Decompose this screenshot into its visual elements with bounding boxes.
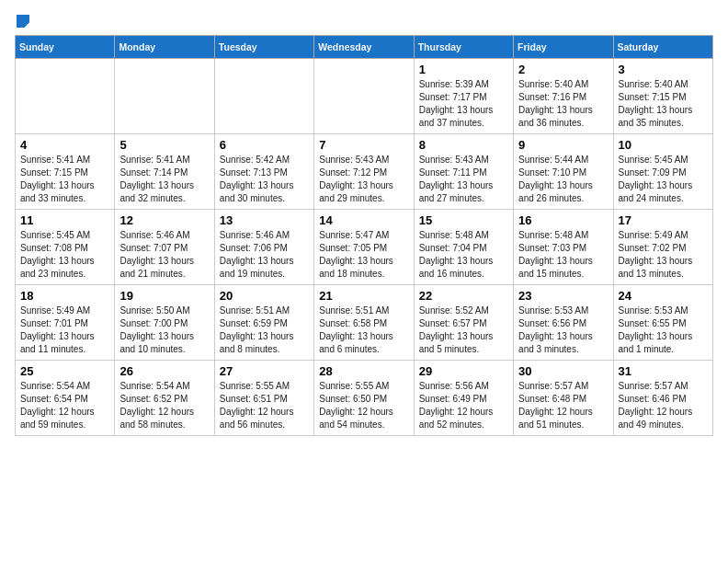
day-number: 6 (220, 138, 309, 152)
day-number: 14 (319, 213, 408, 227)
day-number: 25 (20, 364, 109, 378)
day-number: 29 (419, 364, 508, 378)
calendar-cell: 11Sunrise: 5:45 AM Sunset: 7:08 PM Dayli… (16, 210, 115, 285)
day-number: 23 (518, 289, 608, 303)
day-info: Sunrise: 5:40 AM Sunset: 7:15 PM Dayligh… (619, 78, 708, 130)
day-number: 13 (220, 213, 309, 227)
day-number: 9 (518, 138, 608, 152)
day-info: Sunrise: 5:55 AM Sunset: 6:51 PM Dayligh… (220, 380, 309, 431)
calendar-cell: 23Sunrise: 5:53 AM Sunset: 6:56 PM Dayli… (514, 285, 613, 361)
day-info: Sunrise: 5:48 AM Sunset: 7:04 PM Dayligh… (419, 229, 508, 281)
week-row-2: 4Sunrise: 5:41 AM Sunset: 7:15 PM Daylig… (16, 134, 713, 210)
calendar-cell: 22Sunrise: 5:52 AM Sunset: 6:57 PM Dayli… (414, 285, 513, 361)
day-info: Sunrise: 5:40 AM Sunset: 7:16 PM Dayligh… (518, 78, 608, 130)
day-number: 21 (319, 289, 408, 303)
week-row-5: 25Sunrise: 5:54 AM Sunset: 6:54 PM Dayli… (16, 361, 713, 436)
calendar-cell: 9Sunrise: 5:44 AM Sunset: 7:10 PM Daylig… (514, 134, 613, 210)
week-row-3: 11Sunrise: 5:45 AM Sunset: 7:08 PM Dayli… (16, 210, 713, 285)
day-header-friday: Friday (514, 36, 613, 59)
calendar-cell: 27Sunrise: 5:55 AM Sunset: 6:51 PM Dayli… (214, 361, 313, 436)
day-header-tuesday: Tuesday (214, 36, 313, 59)
day-number: 12 (119, 213, 209, 227)
calendar-cell: 31Sunrise: 5:57 AM Sunset: 6:46 PM Dayli… (613, 361, 712, 436)
day-number: 17 (619, 213, 708, 227)
calendar-cell: 12Sunrise: 5:46 AM Sunset: 7:07 PM Dayli… (115, 210, 214, 285)
day-number: 10 (619, 138, 708, 152)
day-number: 22 (419, 289, 508, 303)
week-row-4: 18Sunrise: 5:49 AM Sunset: 7:01 PM Dayli… (16, 285, 713, 361)
day-info: Sunrise: 5:47 AM Sunset: 7:05 PM Dayligh… (319, 229, 408, 281)
calendar-cell (16, 59, 115, 134)
day-number: 5 (119, 138, 209, 152)
logo (15, 15, 29, 28)
day-header-saturday: Saturday (613, 36, 712, 59)
day-info: Sunrise: 5:39 AM Sunset: 7:17 PM Dayligh… (419, 78, 508, 130)
day-info: Sunrise: 5:45 AM Sunset: 7:09 PM Dayligh… (619, 154, 708, 205)
calendar-cell: 5Sunrise: 5:41 AM Sunset: 7:14 PM Daylig… (115, 134, 214, 210)
calendar-cell: 15Sunrise: 5:48 AM Sunset: 7:04 PM Dayli… (414, 210, 513, 285)
day-info: Sunrise: 5:57 AM Sunset: 6:48 PM Dayligh… (518, 380, 608, 431)
calendar-cell (214, 59, 313, 134)
day-info: Sunrise: 5:56 AM Sunset: 6:49 PM Dayligh… (419, 380, 508, 431)
day-info: Sunrise: 5:43 AM Sunset: 7:12 PM Dayligh… (319, 154, 408, 205)
calendar-cell: 30Sunrise: 5:57 AM Sunset: 6:48 PM Dayli… (514, 361, 613, 436)
day-info: Sunrise: 5:54 AM Sunset: 6:54 PM Dayligh… (20, 380, 109, 431)
day-number: 15 (419, 213, 508, 227)
calendar-cell: 1Sunrise: 5:39 AM Sunset: 7:17 PM Daylig… (414, 59, 513, 134)
day-number: 11 (20, 213, 109, 227)
day-number: 28 (319, 364, 408, 378)
calendar-cell: 24Sunrise: 5:53 AM Sunset: 6:55 PM Dayli… (613, 285, 712, 361)
day-info: Sunrise: 5:43 AM Sunset: 7:11 PM Dayligh… (419, 154, 508, 205)
calendar-cell: 14Sunrise: 5:47 AM Sunset: 7:05 PM Dayli… (314, 210, 414, 285)
calendar-cell: 8Sunrise: 5:43 AM Sunset: 7:11 PM Daylig… (414, 134, 513, 210)
header-row: SundayMondayTuesdayWednesdayThursdayFrid… (16, 36, 713, 59)
calendar-cell: 28Sunrise: 5:55 AM Sunset: 6:50 PM Dayli… (314, 361, 414, 436)
day-info: Sunrise: 5:44 AM Sunset: 7:10 PM Dayligh… (518, 154, 608, 205)
week-row-1: 1Sunrise: 5:39 AM Sunset: 7:17 PM Daylig… (16, 59, 713, 134)
calendar-cell: 7Sunrise: 5:43 AM Sunset: 7:12 PM Daylig… (314, 134, 414, 210)
day-info: Sunrise: 5:55 AM Sunset: 6:50 PM Dayligh… (319, 380, 408, 431)
logo-icon (17, 15, 29, 28)
day-number: 7 (319, 138, 408, 152)
day-info: Sunrise: 5:49 AM Sunset: 7:02 PM Dayligh… (619, 229, 708, 281)
day-header-wednesday: Wednesday (314, 36, 414, 59)
day-number: 19 (119, 289, 209, 303)
calendar-cell (314, 59, 414, 134)
day-info: Sunrise: 5:41 AM Sunset: 7:15 PM Dayligh… (20, 154, 109, 205)
day-info: Sunrise: 5:53 AM Sunset: 6:55 PM Dayligh… (619, 304, 708, 356)
day-header-thursday: Thursday (414, 36, 513, 59)
calendar-cell: 29Sunrise: 5:56 AM Sunset: 6:49 PM Dayli… (414, 361, 513, 436)
day-header-monday: Monday (115, 36, 214, 59)
calendar-cell: 25Sunrise: 5:54 AM Sunset: 6:54 PM Dayli… (16, 361, 115, 436)
day-number: 20 (220, 289, 309, 303)
day-number: 3 (619, 63, 708, 76)
day-info: Sunrise: 5:52 AM Sunset: 6:57 PM Dayligh… (419, 304, 508, 356)
calendar-cell: 20Sunrise: 5:51 AM Sunset: 6:59 PM Dayli… (214, 285, 313, 361)
day-info: Sunrise: 5:50 AM Sunset: 7:00 PM Dayligh… (119, 304, 209, 356)
calendar-cell: 4Sunrise: 5:41 AM Sunset: 7:15 PM Daylig… (16, 134, 115, 210)
calendar-cell: 2Sunrise: 5:40 AM Sunset: 7:16 PM Daylig… (514, 59, 613, 134)
day-number: 8 (419, 138, 508, 152)
day-info: Sunrise: 5:51 AM Sunset: 6:58 PM Dayligh… (319, 304, 408, 356)
calendar-cell: 10Sunrise: 5:45 AM Sunset: 7:09 PM Dayli… (613, 134, 712, 210)
calendar-cell: 26Sunrise: 5:54 AM Sunset: 6:52 PM Dayli… (115, 361, 214, 436)
day-header-sunday: Sunday (16, 36, 115, 59)
calendar-cell: 18Sunrise: 5:49 AM Sunset: 7:01 PM Dayli… (16, 285, 115, 361)
day-info: Sunrise: 5:49 AM Sunset: 7:01 PM Dayligh… (20, 304, 109, 356)
day-info: Sunrise: 5:51 AM Sunset: 6:59 PM Dayligh… (220, 304, 309, 356)
day-info: Sunrise: 5:53 AM Sunset: 6:56 PM Dayligh… (518, 304, 608, 356)
calendar-cell: 3Sunrise: 5:40 AM Sunset: 7:15 PM Daylig… (613, 59, 712, 134)
page-header (15, 15, 713, 28)
day-number: 18 (20, 289, 109, 303)
calendar-table: SundayMondayTuesdayWednesdayThursdayFrid… (15, 35, 713, 436)
day-info: Sunrise: 5:48 AM Sunset: 7:03 PM Dayligh… (518, 229, 608, 281)
day-number: 4 (20, 138, 109, 152)
day-number: 16 (518, 213, 608, 227)
day-number: 31 (619, 364, 708, 378)
calendar-cell: 19Sunrise: 5:50 AM Sunset: 7:00 PM Dayli… (115, 285, 214, 361)
day-number: 2 (518, 63, 608, 76)
calendar-cell: 16Sunrise: 5:48 AM Sunset: 7:03 PM Dayli… (514, 210, 613, 285)
day-number: 30 (518, 364, 608, 378)
calendar-cell: 6Sunrise: 5:42 AM Sunset: 7:13 PM Daylig… (214, 134, 313, 210)
day-info: Sunrise: 5:41 AM Sunset: 7:14 PM Dayligh… (119, 154, 209, 205)
